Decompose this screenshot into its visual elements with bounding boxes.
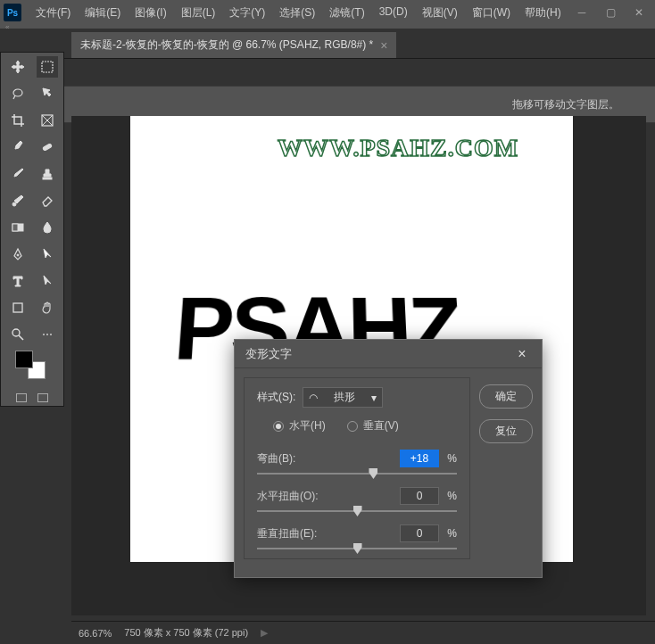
zoom-level[interactable]: 66.67% <box>79 628 112 639</box>
menu-edit[interactable]: 编辑(E) <box>78 2 128 24</box>
bend-slider[interactable] <box>257 473 457 475</box>
vdist-slider[interactable] <box>257 548 457 549</box>
radio-dot-icon <box>273 421 284 432</box>
svg-rect-11 <box>13 303 22 312</box>
ok-button[interactable]: 确定 <box>479 384 533 409</box>
toolbox: ⋯ <box>0 52 64 407</box>
bend-label: 弯曲(B): <box>257 451 295 466</box>
svg-rect-5 <box>42 144 52 151</box>
minimize-button[interactable]: ─ <box>569 4 594 21</box>
eyedropper-tool-icon[interactable] <box>7 136 29 158</box>
bend-input[interactable] <box>400 450 439 467</box>
percent-label3: % <box>447 527 457 540</box>
screenmode-icon[interactable] <box>37 393 48 402</box>
svg-rect-0 <box>42 62 53 72</box>
watermark-text: WWW.PSAHZ.COM <box>278 134 518 162</box>
type-tool-icon[interactable] <box>7 270 29 292</box>
svg-line-13 <box>19 335 23 340</box>
radio-h-label: 水平(H) <box>289 418 326 433</box>
quick-select-tool-icon[interactable] <box>37 83 58 104</box>
hint-text: 拖移可移动文字图层。 <box>512 97 619 112</box>
marquee-tool-icon[interactable] <box>37 56 58 78</box>
stamp-tool-icon[interactable] <box>37 163 58 185</box>
slider-thumb-icon[interactable] <box>353 543 362 554</box>
hdist-slider[interactable] <box>257 510 457 512</box>
history-brush-tool-icon[interactable] <box>7 190 29 211</box>
slider-thumb-icon[interactable] <box>353 506 362 516</box>
panel-toggle-icon[interactable]: « <box>5 23 9 31</box>
close-button[interactable]: ✕ <box>626 4 651 21</box>
menu-file[interactable]: 文件(F) <box>29 2 78 24</box>
zoom-tool-icon[interactable] <box>7 324 29 345</box>
dialog-title: 变形文字 <box>245 346 292 362</box>
style-value: 拱形 <box>334 390 355 405</box>
status-bar: 66.67% 750 像素 x 750 像素 (72 ppi) ▶ <box>71 621 655 644</box>
hand-tool-icon[interactable] <box>37 297 58 318</box>
dialog-close-icon[interactable]: × <box>513 345 531 363</box>
hdist-label: 水平扭曲(O): <box>257 489 319 504</box>
svg-point-12 <box>12 329 20 336</box>
slider-thumb-icon[interactable] <box>369 468 377 479</box>
lasso-tool-icon[interactable] <box>7 83 29 104</box>
gradient-tool-icon[interactable] <box>7 217 29 238</box>
radio-empty-icon <box>347 421 358 432</box>
pen-tool-icon[interactable] <box>7 244 29 265</box>
hdist-input[interactable] <box>400 487 439 505</box>
menu-select[interactable]: 选择(S) <box>272 2 322 24</box>
frame-tool-icon[interactable] <box>37 110 58 131</box>
tab-title: 未标题-2-恢复的-恢复的-恢复的 @ 66.7% (PSAHZ, RGB/8#… <box>80 37 373 53</box>
brush-tool-icon[interactable] <box>7 163 29 185</box>
vdist-input[interactable] <box>400 524 439 542</box>
percent-label2: % <box>447 490 457 502</box>
move-tool-icon[interactable] <box>7 56 29 78</box>
radio-horizontal[interactable]: 水平(H) <box>273 418 326 433</box>
menu-3d[interactable]: 3D(D) <box>372 2 415 24</box>
crop-tool-icon[interactable] <box>7 110 29 131</box>
radio-v-label: 垂直(V) <box>363 418 399 433</box>
more-tools-icon[interactable]: ⋯ <box>37 324 58 345</box>
app-logo: Ps <box>4 4 21 21</box>
heal-tool-icon[interactable] <box>37 136 58 158</box>
document-tab[interactable]: 未标题-2-恢复的-恢复的-恢复的 @ 66.7% (PSAHZ, RGB/8#… <box>71 32 396 58</box>
color-swatches[interactable] <box>3 351 62 386</box>
vdist-label: 垂直扭曲(E): <box>257 526 317 541</box>
svg-point-7 <box>12 202 16 206</box>
status-arrow-icon[interactable]: ▶ <box>261 627 268 639</box>
menu-filter[interactable]: 滤镜(T) <box>322 2 371 24</box>
arc-icon: ◠ <box>309 392 318 404</box>
direct-select-tool-icon[interactable] <box>37 244 58 265</box>
svg-rect-6 <box>43 178 52 179</box>
menu-image[interactable]: 图像(I) <box>128 2 173 24</box>
menu-window[interactable]: 窗口(W) <box>465 2 518 24</box>
menu-help[interactable]: 帮助(H) <box>518 2 568 24</box>
shape-tool-icon[interactable] <box>7 297 29 318</box>
svg-point-10 <box>17 254 19 256</box>
maximize-button[interactable]: ▢ <box>598 4 623 21</box>
tab-close-icon[interactable]: × <box>380 38 387 53</box>
foreground-swatch[interactable] <box>15 351 33 368</box>
menu-type[interactable]: 文字(Y) <box>222 2 272 24</box>
chevron-down-icon: ▾ <box>371 392 377 404</box>
path-select-tool-icon[interactable] <box>37 270 58 292</box>
menu-view[interactable]: 视图(V) <box>415 2 465 24</box>
percent-label: % <box>447 452 457 465</box>
blur-tool-icon[interactable] <box>37 217 58 238</box>
style-select[interactable]: ◠ 拱形 ▾ <box>303 387 383 408</box>
svg-rect-9 <box>12 224 18 231</box>
eraser-tool-icon[interactable] <box>37 190 58 211</box>
quickmask-icon[interactable] <box>16 393 27 402</box>
main-menu: 文件(F) 编辑(E) 图像(I) 图层(L) 文字(Y) 选择(S) 滤镜(T… <box>29 2 569 24</box>
menu-layer[interactable]: 图层(L) <box>174 2 223 24</box>
style-label: 样式(S): <box>257 390 295 405</box>
doc-dimensions[interactable]: 750 像素 x 750 像素 (72 ppi) <box>124 626 248 640</box>
radio-vertical[interactable]: 垂直(V) <box>347 418 399 433</box>
reset-button[interactable]: 复位 <box>479 419 533 443</box>
warp-text-dialog: 变形文字 × 样式(S): ◠ 拱形 ▾ 水平(H) 垂直(V) <box>234 339 543 578</box>
